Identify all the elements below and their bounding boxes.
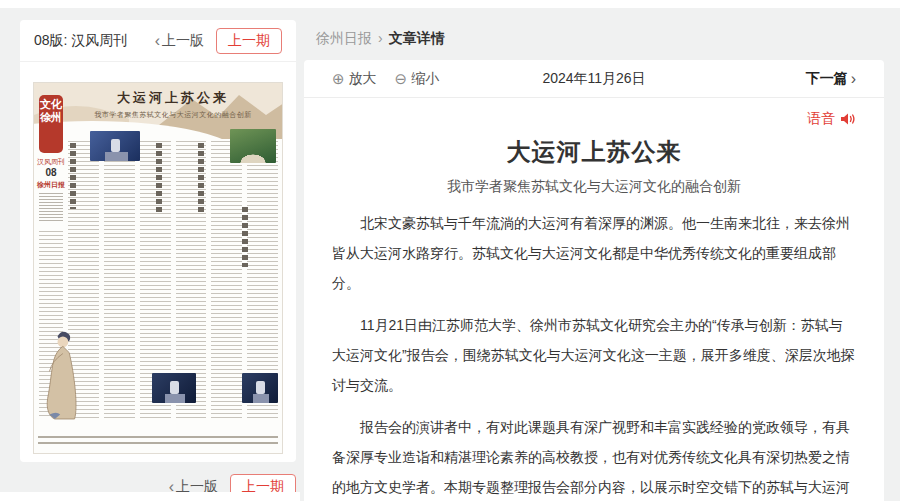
left-panel: 08版: 汉风周刊 ‹ 上一版 上一期 [0,20,296,501]
speaker-photo [242,373,278,403]
newspaper-name: 徐州日报 [34,180,68,190]
newspaper-page-thumbnail[interactable]: 文化徐州 汉风周刊 08 徐州日报 大运河上苏公来 我市学者聚焦苏轼文化与大运河… [33,82,283,454]
article-paragraph: 报告会的演讲者中，有对此课题具有深广视野和丰富实践经验的党政领导，有具备深厚专业… [332,412,856,501]
breadcrumb: 徐州日报›文章详情 [304,20,884,60]
article-toolbar: ⊕ 放大 ⊖ 缩小 2024年11月26日 下一篇 › [304,60,884,98]
zoom-out-button[interactable]: ⊖ 缩小 [395,70,440,88]
article-paragraph: 11月21日由江苏师范大学、徐州市苏轼文化研究会主办的“传承与创新：苏轼与大运河… [332,310,856,400]
column-headline-bar [242,207,248,267]
article-card: ⊕ 放大 ⊖ 缩小 2024年11月26日 下一篇 › [304,60,884,501]
text-column [211,141,242,419]
toolbar-right: 下一篇 › [646,70,856,88]
article-paragraph: 北宋文豪苏轼与千年流淌的大运河有着深厚的渊源。他一生南来北往，来去徐州皆从大运河… [332,208,856,298]
edition-label: 08版: 汉风周刊 [34,32,127,50]
edition-nav-top: ‹ 上一版 上一期 [155,28,282,54]
zoom-out-icon: ⊖ [395,71,408,86]
thumbnail-wrapper: 文化徐州 汉风周刊 08 徐州日报 大运河上苏公来 我市学者聚焦苏轼文化与大运河… [20,62,296,462]
toolbar-left: ⊕ 放大 ⊖ 缩小 [332,70,542,88]
right-panel: 徐州日报›文章详情 ⊕ 放大 ⊖ 缩小 2024年11月26日 [296,20,900,501]
article-title: 大运河上苏公来 [332,136,856,168]
zoom-out-label: 缩小 [411,70,439,88]
prev-edition-label: 上一版 [162,32,204,50]
prev-edition-link[interactable]: ‹ 上一版 [155,32,204,50]
breadcrumb-root[interactable]: 徐州日报 [316,30,372,46]
su-shi-illustration [36,323,88,428]
podium-shape [253,394,269,403]
podium-shape [165,394,185,403]
speaker-figure [111,139,120,152]
next-article-label: 下一篇 [806,70,848,88]
speaker-figure [256,381,265,394]
speaker-icon [840,112,856,126]
newspaper-footer-line [38,436,278,448]
article-text: 北宋文豪苏轼与千年流淌的大运河有着深厚的渊源。他一生南来北往，来去徐州皆从大运河… [332,208,856,501]
column-headline-bar [198,143,204,213]
bottom-strip [0,492,300,501]
top-strip [0,0,900,8]
edition-card: 08版: 汉风周刊 ‹ 上一版 上一期 [20,20,296,462]
voice-label: 语音 [807,110,835,128]
chevron-right-icon: › [851,71,856,87]
next-article-link[interactable]: 下一篇 › [806,70,856,88]
podium-shape [105,152,128,161]
zoom-in-icon: ⊕ [332,71,345,86]
article-body: 语音 大运河上苏公来 我市学者聚焦苏轼文化与大运河文化的融合创新 北宋文豪苏轼与… [304,98,884,501]
newspaper-culture-seal: 文化徐州 [39,95,63,153]
zoom-in-label: 放大 [349,70,377,88]
breadcrumb-current: 文章详情 [389,30,445,46]
newspaper-masthead-meta [39,193,63,223]
prev-issue-button[interactable]: 上一期 [216,28,282,54]
breadcrumb-separator-icon: › [378,30,383,46]
article-subtitle: 我市学者聚焦苏轼文化与大运河文化的融合创新 [332,178,856,196]
article-date: 2024年11月26日 [542,70,645,88]
edition-card-header: 08版: 汉风周刊 ‹ 上一版 上一期 [20,20,296,62]
zoom-in-button[interactable]: ⊕ 放大 [332,70,377,88]
speaker-photo [152,373,196,403]
voice-row: 语音 [332,110,856,128]
column-headline-bar [156,143,162,213]
newspaper-headline: 大运河上苏公来 [68,89,278,107]
epaper-reader: 08版: 汉风周刊 ‹ 上一版 上一期 [0,8,900,501]
speaker-figure [170,381,179,394]
newspaper-subhead: 我市学者聚焦苏轼文化与大运河文化的融合创新 [68,110,278,120]
bridge-photo [230,129,276,163]
newspaper-page-number: 08 [34,167,68,178]
voice-button[interactable]: 语音 [807,110,856,128]
newspaper-weekly-label: 汉风周刊 [34,157,68,167]
chevron-left-icon: ‹ [155,33,160,49]
speaker-photo [90,131,140,161]
text-column [104,141,135,419]
column-headline-bar [70,143,76,209]
